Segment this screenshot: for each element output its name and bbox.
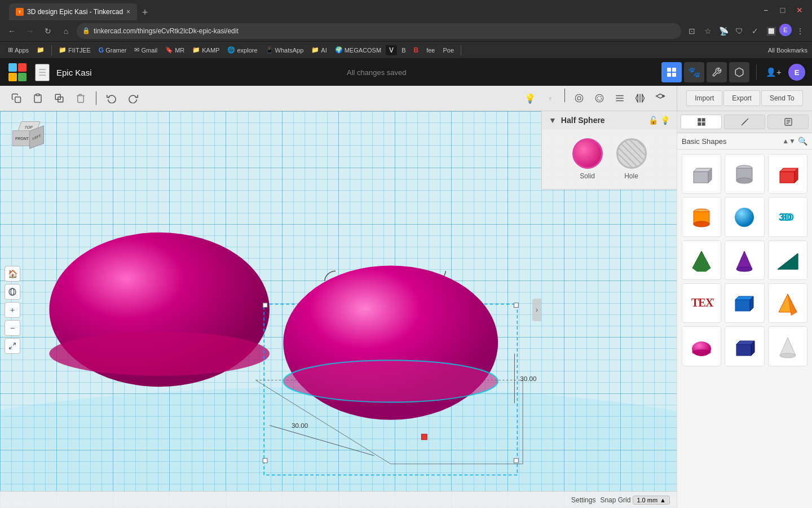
bookmark-gmail[interactable]: ✉ Gmail <box>131 45 161 55</box>
grid-shapes-view-button[interactable] <box>681 115 722 129</box>
address-input[interactable]: 🔒 tinkercad.com/things/eCvRtk2lcDk-epic-… <box>77 23 681 39</box>
bookmark-ai[interactable]: 📁 AI <box>308 45 330 55</box>
shape-cylinder-orange[interactable] <box>682 197 721 237</box>
shapes-search-button[interactable]: 🔍 <box>798 137 807 146</box>
panel-visibility-button[interactable]: 💡 <box>660 116 670 125</box>
shape-pyramid-green[interactable] <box>682 240 721 280</box>
bookmark-mr[interactable]: 🔖 MR <box>162 45 188 55</box>
import-button[interactable]: Import <box>686 90 722 106</box>
snap-grid-value-button[interactable]: 1.0 mm ▲ <box>633 496 670 505</box>
group-button[interactable] <box>651 89 670 108</box>
all-bookmarks-btn[interactable]: All Bookmarks <box>768 47 807 54</box>
bookmark-gramer[interactable]: G Gramer <box>95 45 130 55</box>
bookmark-v[interactable]: V <box>386 45 397 55</box>
shape-half-sphere-pink[interactable] <box>682 326 721 366</box>
mirror-button[interactable] <box>630 89 650 108</box>
maximize-button[interactable]: □ <box>775 2 791 18</box>
shape-box-gray[interactable] <box>682 154 721 194</box>
user-avatar[interactable]: E <box>788 64 805 81</box>
duplicate-button[interactable] <box>50 89 69 108</box>
solid-option[interactable]: Solid <box>572 138 603 180</box>
add-user-icon[interactable]: 👤+ <box>764 62 784 82</box>
orbit-button[interactable] <box>5 284 20 300</box>
undo-button[interactable] <box>102 89 121 108</box>
svg-rect-5 <box>36 94 39 96</box>
shape-cone-white[interactable] <box>768 326 807 366</box>
minimize-button[interactable]: − <box>758 2 774 18</box>
shape-prism-blue[interactable] <box>725 283 764 323</box>
light-button[interactable]: 💡 <box>520 89 540 108</box>
shape-sphere-blue[interactable] <box>725 197 764 237</box>
home-button[interactable]: ⌂ <box>59 24 73 38</box>
home-view-button[interactable]: 🏠 <box>5 266 20 282</box>
panel-lock-button[interactable]: 🔓 <box>648 116 658 125</box>
grid-view-button[interactable] <box>661 62 682 82</box>
bookmark-fiitjee[interactable]: 📁 FIITJEE <box>55 45 94 55</box>
view-cube[interactable]: TOP FRONT LEFT <box>11 120 51 160</box>
notes-view-button[interactable] <box>767 115 809 129</box>
paste-button[interactable] <box>28 89 47 108</box>
bookmark-explore[interactable]: 🌐 explore <box>224 45 261 55</box>
3d-button[interactable] <box>729 62 749 82</box>
export-button[interactable]: Export <box>723 90 760 106</box>
light-dropdown[interactable]: ▼ <box>541 89 560 108</box>
snap2-button[interactable] <box>590 89 609 108</box>
shape-text[interactable]: TEXT <box>682 283 721 323</box>
bookmark-megacosm[interactable]: 🌍 MEGACOSM <box>332 45 385 55</box>
bookmark-fee[interactable]: fee <box>423 46 438 55</box>
snap-button[interactable] <box>570 89 589 108</box>
new-tab-button[interactable]: + <box>137 5 153 20</box>
shape-text-3d[interactable]: 3D 3D <box>768 197 807 237</box>
ruler-view-button[interactable] <box>724 115 765 129</box>
bookmark-apps[interactable]: ⊞ Apps <box>5 45 32 55</box>
bookmark-icon[interactable]: ☆ <box>700 24 715 38</box>
paw-view-button[interactable]: 🐾 <box>684 62 704 82</box>
bookmark-b1[interactable]: B <box>398 46 409 55</box>
zoom-in-button[interactable]: + <box>5 302 20 318</box>
extension1-icon[interactable]: 📡 <box>716 24 731 38</box>
window-buttons[interactable]: − □ ✕ <box>758 2 807 18</box>
tab-close-btn[interactable]: × <box>126 8 130 16</box>
forward-button[interactable]: → <box>23 24 37 38</box>
extension2-icon[interactable]: 🛡 <box>732 24 747 38</box>
send-to-button[interactable]: Send To <box>761 90 803 106</box>
shape-cone-purple[interactable] <box>725 240 764 280</box>
fit-button[interactable] <box>5 338 20 354</box>
copy-button[interactable] <box>7 89 26 108</box>
canvas-area[interactable]: 30.00 30.00 <box>0 111 677 508</box>
shape-pyramid-yellow[interactable] <box>768 283 807 323</box>
menu-icon[interactable]: ⋮ <box>793 24 807 38</box>
align-button[interactable] <box>610 89 629 108</box>
shape-box-blue-dark[interactable] <box>725 326 764 366</box>
panel-header-actions: 🔓 💡 <box>648 116 670 125</box>
refresh-button[interactable]: ↻ <box>41 24 55 38</box>
active-tab[interactable]: T 3D design Epic Kasi - Tinkercad × <box>9 3 137 20</box>
close-button[interactable]: ✕ <box>792 2 807 18</box>
redo-button[interactable] <box>123 89 143 108</box>
shape-cylinder-gray[interactable] <box>725 154 764 194</box>
delete-button[interactable] <box>71 89 90 108</box>
panel-collapse-button[interactable]: ▼ <box>549 116 557 125</box>
tinkercad-logo[interactable] <box>7 62 28 83</box>
svg-rect-60 <box>694 172 708 183</box>
bookmark-whatsapp[interactable]: 📱 WhatsApp <box>262 45 307 55</box>
shape-box-red[interactable] <box>768 154 807 194</box>
screen-cast-icon[interactable]: ⊡ <box>685 24 699 38</box>
profile-icon[interactable]: E <box>779 24 792 36</box>
logo-cell-tr <box>18 63 27 72</box>
shapes-category-dropdown[interactable]: ▲▼ <box>782 137 796 145</box>
bookmark-folder1[interactable]: 📁 <box>33 45 48 55</box>
bookmark-b2[interactable]: B <box>410 45 422 55</box>
extension4-icon[interactable]: 🔲 <box>764 24 778 38</box>
hole-option[interactable]: Hole <box>616 138 647 180</box>
bookmark-poe[interactable]: Poe <box>439 46 457 55</box>
build-button[interactable] <box>707 62 727 82</box>
zoom-out-button[interactable]: − <box>5 320 20 336</box>
back-button[interactable]: ← <box>5 24 19 38</box>
cube-front-face[interactable]: FRONT <box>12 130 32 146</box>
menu-button[interactable]: ☰ <box>35 64 50 81</box>
extension3-icon[interactable]: ✓ <box>748 24 762 38</box>
shape-wedge-teal[interactable] <box>768 240 807 280</box>
panel-collapse-arrow[interactable]: › <box>532 299 541 321</box>
bookmark-kamp[interactable]: 📁 KAMP <box>189 45 223 55</box>
